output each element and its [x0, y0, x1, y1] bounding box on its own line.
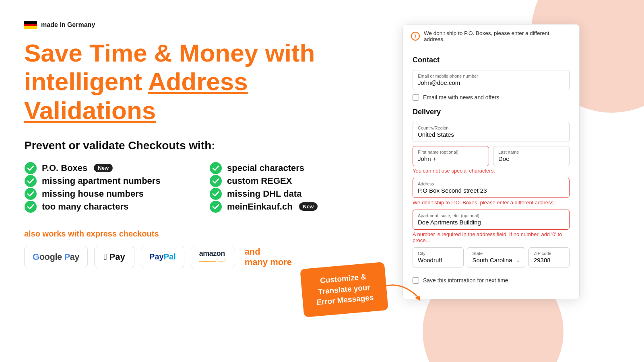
check-icon-regex: [209, 175, 222, 187]
state-field[interactable]: State South Carolina ⌄: [467, 247, 525, 267]
feature-chars: too many characters: [24, 200, 193, 213]
state-label: State: [472, 251, 520, 256]
arrow-icon: [374, 274, 423, 306]
amazon-text: amazon: [199, 249, 227, 258]
amazon-logo: amazon ―――╰─╯: [191, 246, 235, 268]
new-badge-mein: New: [299, 202, 318, 211]
headline-line2-text: intelligent: [24, 68, 148, 95]
check-icon-chars: [24, 200, 37, 213]
email-checkbox[interactable]: [413, 94, 419, 101]
delivery-section-title: Delivery: [413, 108, 570, 116]
feature-mein: meinEinkauf.ch New: [209, 200, 378, 213]
feature-apartment-text: missing apartment numbers: [42, 176, 161, 186]
made-in-germany-label: made in Germany: [41, 21, 95, 29]
svg-point-2: [25, 188, 37, 200]
zip-label: ZIP code: [534, 251, 564, 256]
feature-dhl: missing DHL data: [209, 187, 378, 200]
state-value: South Carolina: [472, 257, 512, 263]
svg-point-0: [25, 162, 37, 174]
city-value: Woodruff: [418, 257, 442, 263]
checkout-card: ! We don't ship to P.O. Boxes, please en…: [402, 24, 580, 299]
amazon-text-container: amazon ―――╰─╯: [199, 249, 227, 264]
city-field[interactable]: City Woodruff: [413, 247, 464, 267]
features-left-col: P.O. Boxes New missing apartment numbers: [24, 162, 193, 213]
email-field[interactable]: Email or mobile phone number John@doe.co…: [413, 70, 570, 90]
feature-po-boxes: P.O. Boxes New: [24, 162, 193, 175]
save-info-label: Save this information for next time: [423, 277, 508, 284]
prevent-heading: Prevent or validate Checkouts with:: [24, 139, 378, 152]
main-headline: Save Time & Money with intelligent Addre…: [24, 39, 378, 125]
chevron-down-icon: ⌄: [516, 257, 520, 263]
zip-value: 29388: [534, 257, 551, 263]
svg-point-1: [25, 175, 37, 187]
feature-house: missing house numbers: [24, 187, 193, 200]
svg-point-5: [210, 175, 222, 187]
and-many-more-text: andmany more: [245, 247, 292, 267]
german-flag-icon: [24, 21, 37, 29]
address-value: P.O Box Second street 23: [418, 187, 487, 194]
city-state-zip-row: City Woodruff State South Carolina ⌄ ZIP…: [413, 247, 570, 272]
error-banner: ! We don't ship to P.O. Boxes, please en…: [402, 24, 580, 48]
amazon-smile-icon: ―――╰─╯: [199, 258, 227, 264]
check-icon-apartment: [24, 175, 37, 187]
feature-house-text: missing house numbers: [42, 189, 144, 199]
customize-bubble-container: Customize & Translate your Error Message…: [302, 265, 386, 314]
email-checkbox-label: Email me with news and offers: [423, 94, 500, 101]
applepay-logo:  Pay: [94, 246, 134, 268]
check-icon-mein: [209, 200, 222, 213]
feature-apartment: missing apartment numbers: [24, 175, 193, 187]
svg-point-7: [210, 201, 222, 213]
check-icon-po-boxes: [24, 162, 37, 175]
address-field[interactable]: Address P.O Box Second street 23: [413, 178, 570, 198]
first-name-value: John +: [418, 155, 436, 162]
last-name-field[interactable]: Last name Doe: [493, 146, 570, 166]
features-grid: P.O. Boxes New missing apartment numbers: [24, 162, 378, 213]
first-name-label: First name (optional): [418, 150, 484, 154]
form-body: Contact Email or mobile phone number Joh…: [402, 48, 580, 299]
svg-point-6: [210, 188, 222, 200]
country-field[interactable]: Country/Region United States: [413, 122, 570, 142]
contact-section-title: Contact: [413, 56, 570, 64]
new-badge-po-boxes: New: [94, 164, 113, 172]
gpay-text: Google Pay: [33, 252, 79, 262]
address-label: Address: [418, 181, 564, 186]
country-label: Country/Region: [418, 125, 564, 130]
gpay-logo: Google Pay: [24, 246, 88, 268]
right-panel: ! We don't ship to P.O. Boxes, please en…: [402, 0, 644, 362]
city-label: City: [418, 251, 458, 256]
headline-line1: Save Time & Money with: [24, 39, 378, 67]
paypal-text: PayPal: [149, 252, 176, 261]
error-icon: !: [411, 32, 420, 41]
last-name-label: Last name: [498, 150, 564, 154]
feature-dhl-text: missing DHL data: [227, 189, 301, 199]
email-checkbox-row: Email me with news and offers: [413, 94, 570, 101]
first-name-field[interactable]: First name (optional) John +: [413, 146, 489, 166]
feature-special-text: special characters: [227, 163, 304, 173]
feature-regex-text: custom REGEX: [227, 176, 292, 186]
apt-field[interactable]: Apartment, suite, etc. (optional) Doe Ap…: [413, 210, 570, 230]
express-heading: also works with express checkouts: [24, 229, 378, 239]
feature-mein-text: meinEinkauf.ch: [227, 202, 293, 212]
paypal-logo: PayPal: [141, 246, 184, 268]
po-box-error: We don't ship to P.O. Boxes, please ente…: [413, 200, 570, 206]
express-section: also works with express checkouts Google…: [24, 229, 378, 268]
special-char-error: You can not use special characters.: [413, 168, 570, 174]
customize-line1: Customize &: [320, 272, 366, 285]
feature-po-boxes-text: P.O. Boxes: [42, 163, 87, 173]
country-value: United States: [418, 131, 454, 138]
check-icon-special: [209, 162, 222, 175]
zip-field[interactable]: ZIP code 29388: [528, 247, 570, 267]
feature-chars-text: too many characters: [42, 202, 128, 212]
features-right-col: special characters custom REGEX missing …: [209, 162, 378, 213]
check-icon-house: [24, 187, 37, 200]
email-label: Email or mobile phone number: [418, 74, 564, 78]
apt-label: Apartment, suite, etc. (optional): [418, 213, 564, 218]
made-in-germany-badge: made in Germany: [24, 21, 378, 29]
state-field-inner: South Carolina ⌄: [472, 257, 520, 263]
applepay-text:  Pay: [103, 252, 125, 262]
save-info-row: Save this information for next time: [413, 277, 570, 284]
error-banner-text: We don't ship to P.O. Boxes, please ente…: [424, 30, 571, 42]
headline-line2: intelligent Address Validations: [24, 67, 378, 125]
check-icon-dhl: [209, 187, 222, 200]
last-name-value: Doe: [498, 155, 510, 162]
